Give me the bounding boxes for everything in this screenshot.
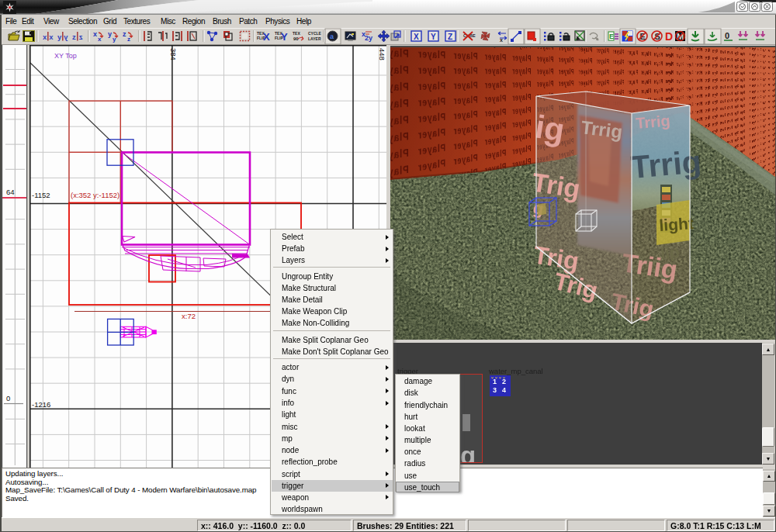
svg-text:light: light	[659, 214, 695, 234]
svg-text:Trrig: Trrig	[635, 112, 670, 132]
svg-text:D: D	[665, 30, 673, 43]
svg-text:x: x	[98, 36, 102, 43]
svg-text:y: y	[64, 33, 68, 41]
svg-text:E: E	[609, 33, 614, 40]
svg-text:TEX: TEX	[293, 31, 300, 36]
svg-text:y: y	[108, 30, 112, 38]
svg-text:-1152: -1152	[32, 191, 50, 199]
svg-text:X: X	[263, 31, 270, 43]
svg-text:x: x	[43, 33, 47, 41]
svg-text:2y: 2y	[365, 34, 372, 42]
svg-text:z: z	[127, 36, 130, 43]
svg-text:0: 0	[6, 394, 10, 402]
svg-text:0: 0	[725, 31, 729, 40]
svg-text:Z: Z	[448, 33, 452, 41]
svg-text:x: x	[500, 37, 503, 43]
svg-text:x: x	[93, 30, 97, 38]
svg-text:64: 64	[6, 188, 15, 196]
svg-text:y: y	[57, 33, 62, 41]
svg-text:x:72: x:72	[182, 312, 196, 320]
svg-text:Y: Y	[431, 33, 436, 41]
svg-text:CYCLE: CYCLE	[308, 31, 322, 36]
svg-text:X: X	[414, 33, 419, 41]
svg-text:LAYER: LAYER	[308, 36, 321, 41]
svg-text:384: 384	[169, 48, 178, 60]
svg-text:448: 448	[378, 48, 386, 60]
svg-text:z: z	[123, 30, 126, 38]
svg-text:Y: Y	[281, 31, 288, 43]
svg-text:XY Top: XY Top	[54, 52, 77, 60]
svg-text:y: y	[113, 36, 116, 43]
svg-text:-1216: -1216	[32, 400, 50, 409]
svg-text:z: z	[72, 33, 76, 41]
svg-text:z: z	[79, 33, 83, 41]
svg-text:x: x	[49, 33, 54, 41]
svg-text:ig: ig	[533, 108, 567, 148]
svg-text:(x:352 y:-1152): (x:352 y:-1152)	[71, 191, 120, 199]
svg-text:Trrig: Trrig	[629, 143, 703, 185]
